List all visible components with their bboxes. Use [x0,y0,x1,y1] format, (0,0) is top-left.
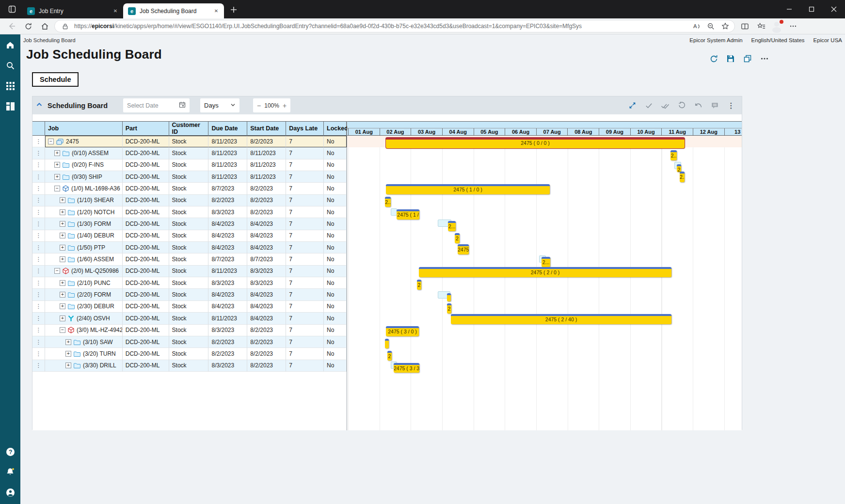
row-menu-icon[interactable]: ⋮ [32,183,45,194]
gantt-bar[interactable]: 2475 ( 1 / 0 ) [386,184,550,194]
gantt-bar[interactable]: 2... [542,257,550,267]
job-grid-row[interactable]: ⋮−2475DCD-200-MLStock8/11/20238/2/20237N… [32,136,347,147]
grid-column-header[interactable]: Due Date [208,122,247,135]
job-grid-row[interactable]: ⋮+(1/40) DEBURDCD-200-MLStock8/4/20238/4… [32,230,347,242]
tab-close-icon[interactable]: ✕ [212,7,220,15]
account-icon[interactable] [5,488,15,497]
expand-node-icon[interactable]: + [60,292,65,298]
gantt-bar[interactable]: 2 [677,164,681,172]
row-menu-icon[interactable]: ⋮ [32,313,45,324]
browser-tab-job-scheduling-board[interactable]: e Job Scheduling Board ✕ [123,3,224,18]
gantt-bar[interactable]: 2475 [458,244,469,254]
expand-node-icon[interactable]: + [65,362,71,368]
row-menu-icon[interactable]: ⋮ [32,301,45,313]
job-grid-row[interactable]: ⋮+(0/10) ASSEMDCD-200-MLStock8/11/20238/… [32,147,347,159]
job-grid-row[interactable]: ⋮+(1/50) PTPDCD-200-MLStock8/4/20238/4/2… [32,242,347,253]
calendar-icon[interactable] [179,101,186,110]
home-nav-icon[interactable] [5,40,15,50]
collapse-node-icon[interactable]: − [60,327,65,333]
breadcrumb[interactable]: Job Scheduling Board [23,37,76,43]
gantt-bar[interactable]: 2475 ( 3 / 0 ) [386,326,419,336]
home-icon[interactable] [38,19,51,33]
expand-node-icon[interactable]: + [60,303,65,309]
new-tab-button[interactable] [227,3,240,16]
comments-icon[interactable] [710,101,719,110]
expand-node-icon[interactable]: + [60,256,65,262]
expand-node-icon[interactable]: + [54,150,60,156]
job-grid-row[interactable]: ⋮+(2/10) PUNCDCD-200-MLStock8/3/20238/3/… [32,277,347,289]
job-grid-row[interactable]: ⋮+(1/60) ASSEMDCD-200-MLStock8/7/20238/7… [32,253,347,265]
row-menu-icon[interactable]: ⋮ [32,195,45,206]
row-menu-icon[interactable]: ⋮ [32,171,45,183]
row-menu-icon[interactable]: ⋮ [32,147,45,159]
job-grid-row[interactable]: ⋮−(2/0) ML-Q250986DCD-200-MLStock8/11/20… [32,266,347,277]
expand-node-icon[interactable]: + [65,351,71,357]
apps-grid-icon[interactable] [5,81,15,91]
search-icon[interactable] [5,61,15,70]
gantt-bar[interactable]: 2 [417,280,421,290]
expand-node-icon[interactable]: + [60,233,65,238]
expand-node-icon[interactable]: + [60,221,65,227]
notifications-bell-icon[interactable] [5,467,15,477]
gantt-bar[interactable]: 2.. [385,197,391,207]
grid-column-header[interactable]: Start Date [247,122,286,135]
row-menu-icon[interactable]: ⋮ [32,325,45,336]
row-menu-icon[interactable]: ⋮ [32,277,45,289]
expand-icon[interactable] [627,101,637,110]
gantt-bar[interactable]: 2... [448,221,456,231]
row-menu-icon[interactable]: ⋮ [32,266,45,277]
job-grid-row[interactable]: ⋮+(2/30) DEBURDCD-200-MLStock8/4/20238/4… [32,301,347,313]
gantt-bar[interactable]: 2 [447,303,451,314]
select-date-input[interactable]: Select Date [123,98,190,112]
back-icon[interactable] [5,19,18,33]
row-menu-icon[interactable]: ⋮ [32,348,45,360]
gantt-bar[interactable] [385,339,389,348]
window-minimize-button[interactable] [778,0,800,18]
row-menu-icon[interactable]: ⋮ [32,136,45,147]
job-grid-row[interactable]: ⋮+(1/30) FORMDCD-200-MLStock8/4/20238/4/… [32,218,347,230]
current-user-label[interactable]: Epicor System Admin [689,37,742,43]
job-grid-row[interactable]: ⋮+(1/10) SHEARDCD-200-MLStock8/2/20238/2… [32,195,347,206]
job-grid-row[interactable]: ⋮+(3/20) TURNDCD-200-MLStock8/2/20238/2/… [32,348,347,360]
save-icon[interactable] [726,54,735,63]
expand-node-icon[interactable]: + [54,174,60,180]
gantt-bar[interactable]: 2475 ( 3 / 30 [394,363,419,373]
split-screen-icon[interactable] [738,19,751,33]
row-menu-icon[interactable]: ⋮ [32,253,45,265]
job-grid-row[interactable]: ⋮−(3/0) ML-HZ-4942DCD-200-MLStock8/3/202… [32,325,347,336]
refresh-page-icon[interactable] [709,54,718,63]
read-aloud-icon[interactable]: A [691,21,702,32]
expand-node-icon[interactable]: + [65,339,71,345]
gantt-bar[interactable]: 2475 ( 2 / 0 ) [419,267,671,277]
favorite-star-icon[interactable] [720,21,731,32]
grid-column-header[interactable]: Locked [324,122,347,135]
job-grid-row[interactable]: ⋮+(3/10) SAWDCD-200-MLStock8/2/20238/2/2… [32,336,347,348]
gantt-bar[interactable]: 2 [387,351,392,361]
undo-all-icon[interactable] [677,101,686,110]
row-menu-icon[interactable]: ⋮ [32,218,45,230]
job-grid-row[interactable]: ⋮+(2/20) FORMDCD-200-MLStock8/4/20238/4/… [32,289,347,300]
grid-column-header[interactable]: Days Late [286,122,324,135]
url-bar[interactable]: https://epicorsi/kinetic/apps/erp/home/#… [54,20,735,32]
expand-node-icon[interactable]: + [60,209,65,215]
overflow-menu-icon[interactable] [760,54,769,63]
window-close-button[interactable] [823,0,845,18]
expand-node-icon[interactable]: + [60,245,65,251]
gantt-bar[interactable] [447,293,451,301]
browser-menu-icon[interactable] [786,19,800,33]
dashboard-icon[interactable] [5,101,15,111]
collapse-node-icon[interactable]: − [48,139,54,144]
row-menu-icon[interactable]: ⋮ [32,230,45,242]
zoom-out-icon[interactable] [705,21,716,32]
window-maximize-button[interactable] [800,0,823,18]
row-menu-icon[interactable]: ⋮ [32,360,45,372]
gantt-bar[interactable]: 2475 ( 2 / 40 ) [451,314,671,324]
collapse-node-icon[interactable]: − [54,268,60,274]
grid-column-header[interactable]: Job [45,122,123,135]
collapse-node-icon[interactable]: − [54,186,60,191]
gantt-bar[interactable]: 2.. [680,172,685,182]
zoom-out-button[interactable]: − [257,102,261,110]
browser-tab-job-entry[interactable]: e Job Entry ✕ [22,3,123,18]
expand-node-icon[interactable]: + [60,197,65,203]
accept-check-icon[interactable] [644,101,654,110]
